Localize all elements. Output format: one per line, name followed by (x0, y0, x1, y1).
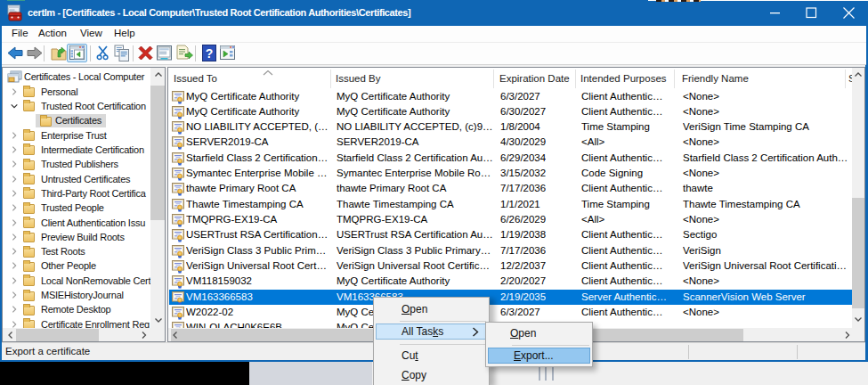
svg-text:?: ? (206, 46, 214, 61)
